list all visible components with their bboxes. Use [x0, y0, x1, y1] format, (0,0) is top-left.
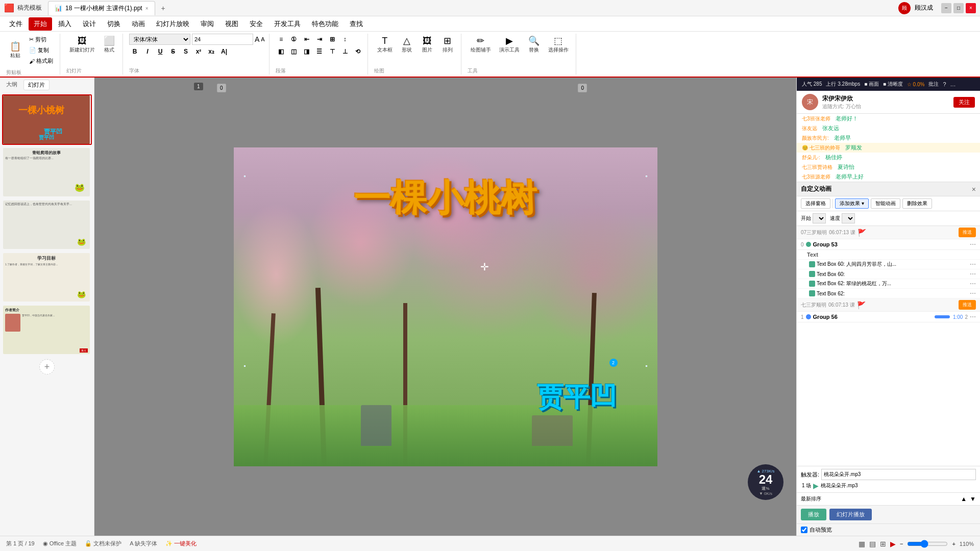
textbox60b-item[interactable]: Text Box 60: ⋯ [797, 269, 980, 279]
textbox-btn[interactable]: T 文本框 [374, 35, 396, 55]
slide-thumb-5[interactable]: 5 作者简介 贾平凹，中国当代著名作家... 重点 [2, 305, 92, 355]
group56-header[interactable]: 1 Group 56 1:00 2 ⋯ [797, 312, 980, 322]
sort-up-icon[interactable]: ▲ [961, 495, 967, 503]
menu-dev[interactable]: 开发工具 [269, 17, 306, 31]
menu-slideshow[interactable]: 幻灯片放映 [151, 17, 194, 31]
subscript-btn[interactable]: x₂ [206, 46, 217, 57]
beautify-btn[interactable]: ✨ 一键美化 [165, 540, 197, 547]
menu-view[interactable]: 视图 [220, 17, 243, 31]
bold-btn[interactable]: B [129, 46, 140, 57]
zoom-out-btn[interactable]: − [900, 541, 903, 547]
font-name-select[interactable]: 宋体/宋体 [129, 34, 190, 45]
italic-btn[interactable]: I [142, 46, 153, 57]
auto-preview-checkbox[interactable] [801, 527, 807, 533]
superscript-btn[interactable]: x² [193, 46, 204, 57]
slide-thumb-3[interactable]: 3 记忆想回答说话上，也有世世代代有关乎有关乎... 🐸 [2, 199, 92, 250]
char-spacing-btn[interactable]: A| [218, 46, 230, 57]
new-slide-btn[interactable]: 🖼 新建幻灯片 [66, 35, 98, 55]
textbox60b-more[interactable]: ⋯ [970, 270, 976, 278]
arrange-btn[interactable]: ⊞ 排列 [438, 35, 457, 55]
add-slide-btn[interactable]: + [39, 359, 55, 374]
textbox62b-more[interactable]: ⋯ [970, 290, 976, 297]
start-select[interactable] [813, 213, 826, 223]
indent-dec-btn[interactable]: ⇤ [301, 34, 312, 45]
align-justify-btn[interactable]: ☰ [314, 46, 325, 57]
align-right-btn[interactable]: ◨ [301, 46, 312, 57]
view-present-btn[interactable]: ▶ [890, 540, 896, 548]
font-size-down-btn[interactable]: A [261, 36, 264, 42]
anim-text-label[interactable]: Text [797, 250, 980, 260]
control-handle-2[interactable]: 0 [578, 84, 587, 92]
format-painter-btn[interactable]: 🖌格式刷 [27, 56, 56, 66]
live-action-btn-2[interactable]: 推送 [959, 300, 976, 310]
slide-main-title[interactable]: 一棵小桃树 [255, 178, 636, 218]
selection-handle-tr[interactable] [646, 176, 647, 177]
group53-more[interactable]: ⋯ [970, 241, 976, 248]
main-slide-canvas[interactable]: 一棵小桃树 贾平凹 2 [234, 147, 657, 466]
menu-insert[interactable]: 插入 [53, 17, 77, 31]
view-grid-btn[interactable]: ⊞ [880, 540, 886, 548]
replace-btn[interactable]: 🔍 替换 [525, 35, 543, 55]
shape-btn[interactable]: △ 形状 [398, 35, 416, 55]
control-handle-1[interactable]: 0 [217, 84, 226, 92]
numbering-btn[interactable]: ① [288, 34, 300, 45]
indent-inc-btn[interactable]: ⇥ [314, 34, 325, 45]
trigger-input[interactable] [821, 469, 976, 480]
minimize-btn[interactable]: − [941, 3, 951, 13]
menu-security[interactable]: 安全 [244, 17, 268, 31]
slide-thumb-2[interactable]: 2 青蛙爬塔的故事 有一群青蛙组织了一场爬塔的比赛... 🐸 [2, 147, 92, 197]
outline-tab[interactable]: 大纲 [2, 80, 21, 90]
delete-effect-btn[interactable]: 删除效果 [902, 198, 932, 209]
select-pane-btn[interactable]: 选择窗格 [801, 198, 830, 209]
shadow-btn[interactable]: S [180, 46, 191, 57]
textbox60a-item[interactable]: Text Box 60: 人间四月芳菲尽，山... ⋯ [797, 260, 980, 269]
speed-select[interactable] [842, 213, 855, 223]
menu-review[interactable]: 审阅 [195, 17, 219, 31]
align-mid-btn[interactable]: ⊥ [339, 46, 351, 57]
follow-btn[interactable]: 关注 [953, 97, 975, 108]
menu-design[interactable]: 设计 [78, 17, 101, 31]
drawassist-btn[interactable]: ✏ 绘图辅手 [468, 35, 494, 55]
font-size-up-btn[interactable]: A [255, 35, 259, 43]
zoom-slider[interactable] [907, 540, 948, 548]
columns-btn[interactable]: ⊞ [327, 34, 338, 45]
textbox62b-item[interactable]: Text Box 62: ⋯ [797, 289, 980, 298]
copy-btn[interactable]: 📄复制 [27, 45, 56, 55]
smart-anim-btn[interactable]: 智能动画 [871, 198, 900, 209]
textbox62a-item[interactable]: Text Box 62: 翠绿的桃花红，万... ⋯ [797, 279, 980, 289]
selection-handle-br[interactable] [646, 365, 647, 367]
selection-handle-bl[interactable] [244, 365, 246, 367]
live-action-btn-1[interactable]: 推送 [959, 228, 976, 237]
paste-btn[interactable]: 📋 粘贴 [6, 40, 24, 61]
auto-preview-label[interactable]: 自动预览 [801, 526, 976, 534]
text-dir-btn[interactable]: ⟲ [352, 46, 363, 57]
anim-panel-close-btn[interactable]: × [972, 185, 976, 193]
select-btn[interactable]: ⬚ 选择操作 [545, 35, 572, 55]
picture-btn[interactable]: 🖼 图片 [418, 35, 436, 55]
menu-start[interactable]: 开始 [29, 17, 52, 31]
strikethrough-btn[interactable]: S [167, 46, 179, 57]
slide-thumb-1[interactable]: 1 贾平凹 [2, 94, 92, 145]
maximize-btn[interactable]: □ [953, 3, 964, 13]
align-center-btn[interactable]: ◫ [288, 46, 300, 57]
align-left-btn[interactable]: ◧ [276, 46, 287, 57]
view-normal-btn[interactable]: ▦ [859, 540, 865, 548]
view-outline-btn[interactable]: ▤ [869, 540, 876, 548]
menu-animation[interactable]: 动画 [127, 17, 150, 31]
align-top-btn[interactable]: ⊤ [327, 46, 338, 57]
add-effect-btn[interactable]: 添加效果 ▾ [835, 198, 869, 209]
format-btn[interactable]: ⬜ 格式 [100, 35, 118, 55]
slideshow-btn[interactable]: 幻灯片播放 [829, 509, 872, 520]
help-btn[interactable]: ? [943, 81, 946, 87]
menu-find[interactable]: 查找 [345, 17, 368, 31]
textbox62a-more[interactable]: ⋯ [970, 280, 976, 287]
textbox60a-more[interactable]: ⋯ [970, 261, 976, 268]
menu-file[interactable]: 文件 [4, 17, 28, 31]
menu-special[interactable]: 特色功能 [307, 17, 344, 31]
selection-handle-tl[interactable] [244, 176, 246, 177]
group53-header[interactable]: 0 Group 53 ⋯ [797, 239, 980, 250]
zoom-in-btn[interactable]: + [952, 541, 955, 547]
play-btn[interactable]: 播放 [801, 509, 826, 520]
slides-tab[interactable]: 幻灯片 [23, 80, 50, 90]
sort-down-icon[interactable]: ▼ [970, 495, 976, 503]
